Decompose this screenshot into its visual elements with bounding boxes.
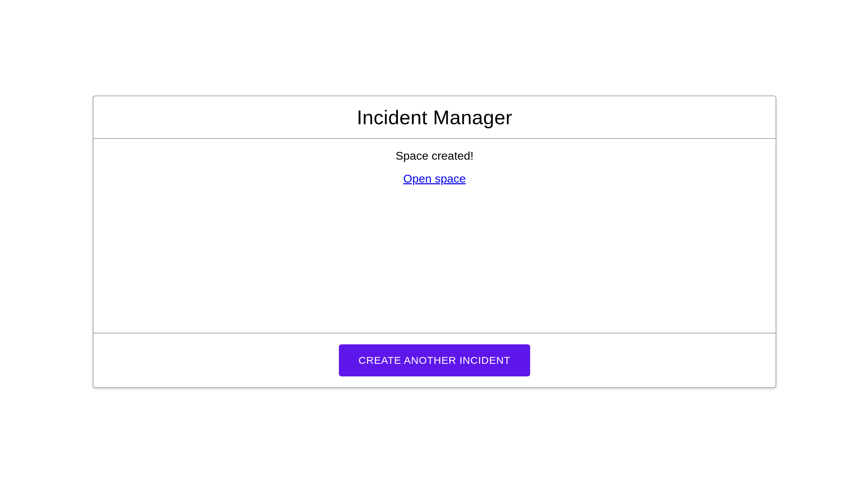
card-footer: CREATE ANOTHER INCIDENT xyxy=(93,333,776,387)
page-title: Incident Manager xyxy=(100,106,769,129)
status-message: Space created! xyxy=(100,149,769,162)
open-space-link[interactable]: Open space xyxy=(403,172,466,185)
card-header: Incident Manager xyxy=(93,96,776,139)
incident-manager-card: Incident Manager Space created! Open spa… xyxy=(93,96,776,388)
create-another-incident-button[interactable]: CREATE ANOTHER INCIDENT xyxy=(339,344,530,376)
card-body: Space created! Open space xyxy=(93,139,776,333)
